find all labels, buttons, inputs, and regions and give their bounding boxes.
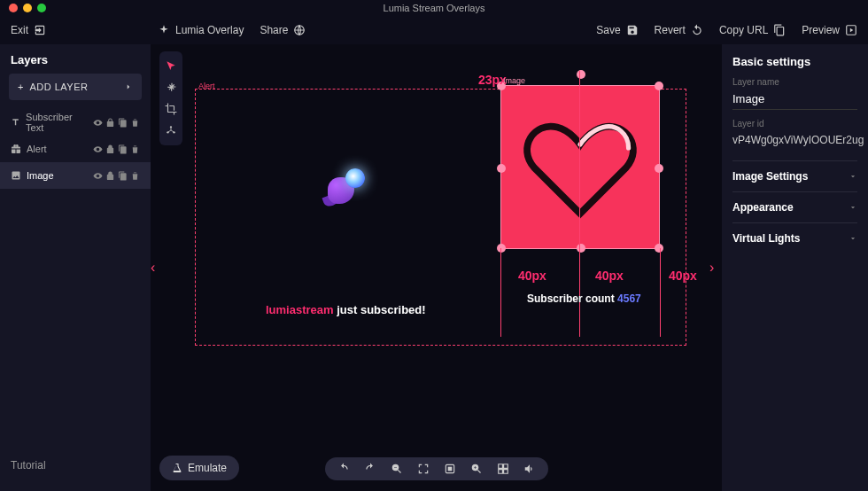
- visibility-icon[interactable]: [93, 144, 103, 154]
- delete-icon[interactable]: [130, 118, 140, 128]
- image-layer-label: Image: [503, 76, 525, 85]
- cursor-tool[interactable]: [165, 60, 177, 73]
- resize-handle-e[interactable]: [655, 164, 663, 173]
- chevron-down-icon: [849, 203, 857, 212]
- layer-item-alert[interactable]: Alert: [0, 136, 151, 162]
- svg-point-2: [170, 126, 172, 128]
- sparkle-icon: [158, 24, 170, 36]
- lock-icon[interactable]: [105, 118, 115, 128]
- layer-id-value: vP4Wg0gxViWyIOOUEr2ug: [732, 130, 857, 150]
- dimension-label: 40px: [595, 269, 624, 283]
- overlay-name-dropdown[interactable]: Lumia Overlay: [158, 24, 244, 36]
- visibility-icon[interactable]: [93, 171, 103, 181]
- section-appearance[interactable]: Appearance: [732, 191, 857, 222]
- layer-item-subscriber-text[interactable]: Subscriber Text: [0, 109, 151, 136]
- resize-handle-s[interactable]: [577, 244, 585, 253]
- layer-name-input[interactable]: Image: [732, 89, 857, 110]
- title-bar: Lumia Stream Overlays: [0, 0, 868, 16]
- layer-item-image[interactable]: Image: [0, 162, 151, 189]
- close-window-button[interactable]: [9, 4, 18, 12]
- undo-icon[interactable]: [337, 463, 350, 475]
- svg-rect-6: [447, 467, 452, 472]
- layers-panel: Layers + ADD LAYER Subscriber Text Alert: [0, 44, 151, 491]
- chevron-down-icon: [849, 234, 857, 243]
- layers-title: Layers: [0, 53, 151, 74]
- copy-url-button[interactable]: Copy URL: [719, 24, 786, 36]
- globe-icon: [293, 24, 306, 36]
- fit-icon[interactable]: [417, 463, 430, 475]
- alignment-guide: [500, 248, 501, 337]
- duplicate-icon[interactable]: [118, 144, 128, 154]
- move-tool[interactable]: [165, 82, 177, 94]
- tutorial-link[interactable]: Tutorial: [0, 448, 151, 482]
- redo-icon[interactable]: [364, 463, 376, 475]
- save-icon: [626, 24, 639, 36]
- resize-handle-n[interactable]: [577, 70, 585, 79]
- duplicate-icon[interactable]: [118, 118, 128, 128]
- image-icon: [11, 170, 21, 181]
- fill-icon[interactable]: [444, 463, 456, 475]
- prev-scene-button[interactable]: ‹: [151, 257, 163, 278]
- section-virtual-lights[interactable]: Virtual Lights: [732, 222, 857, 253]
- resize-handle-w[interactable]: [497, 164, 506, 173]
- section-image-settings[interactable]: Image Settings: [732, 160, 857, 191]
- undo-icon: [691, 24, 703, 36]
- properties-title: Basic settings: [732, 55, 857, 68]
- flask-icon: [172, 463, 182, 473]
- duplicate-icon[interactable]: [118, 171, 128, 181]
- visibility-icon[interactable]: [93, 118, 103, 128]
- alert-graphic[interactable]: [323, 168, 368, 213]
- lock-icon[interactable]: [105, 144, 115, 154]
- lock-icon[interactable]: [105, 171, 115, 181]
- subscriber-count-text[interactable]: Subscriber count 4567: [527, 292, 641, 305]
- alignment-guide: [660, 248, 661, 337]
- gift-icon: [11, 144, 21, 154]
- add-layer-button[interactable]: + ADD LAYER: [9, 74, 142, 100]
- canvas-toolbar: [325, 457, 548, 480]
- emulate-button[interactable]: Emulate: [159, 456, 239, 480]
- delete-icon[interactable]: [130, 171, 140, 181]
- maximize-window-button[interactable]: [37, 4, 46, 12]
- resize-handle-sw[interactable]: [497, 244, 506, 253]
- minimize-window-button[interactable]: [23, 4, 32, 12]
- selection-box[interactable]: [500, 85, 660, 249]
- layer-id-label: Layer id: [732, 119, 857, 129]
- chevron-down-icon: [849, 172, 857, 181]
- copy-icon: [773, 24, 786, 36]
- zoom-in-icon[interactable]: [470, 463, 483, 475]
- subscriber-text[interactable]: lumiastream just subscribed!: [266, 303, 426, 316]
- dimension-label: 40px: [518, 269, 546, 283]
- volume-icon[interactable]: [523, 463, 536, 475]
- text-icon: [11, 117, 20, 128]
- dimension-label: 40px: [669, 269, 697, 283]
- delete-icon[interactable]: [130, 144, 140, 154]
- tools-column: [159, 51, 182, 145]
- save-button[interactable]: Save: [596, 24, 638, 36]
- layer-name-label: Layer name: [732, 77, 857, 87]
- crop-tool[interactable]: [165, 103, 177, 115]
- exit-icon: [34, 24, 46, 36]
- next-scene-button[interactable]: ›: [709, 257, 722, 278]
- share-button[interactable]: Share: [260, 24, 306, 36]
- zoom-out-icon[interactable]: [391, 463, 403, 475]
- chevron-right-icon: [124, 82, 133, 91]
- play-square-icon: [845, 24, 857, 36]
- canvas-area[interactable]: ‹ › Alert lumiastream just subscribed!: [151, 44, 722, 491]
- exit-button[interactable]: Exit: [11, 24, 46, 36]
- preview-button[interactable]: Preview: [802, 24, 857, 36]
- properties-panel: Basic settings Layer name Image Layer id…: [722, 44, 868, 491]
- grid-icon[interactable]: [497, 463, 509, 475]
- top-toolbar: Exit Lumia Overlay Share Save Revert Cop…: [0, 16, 868, 44]
- window-title: Lumia Stream Overlays: [384, 3, 485, 13]
- snap-tool[interactable]: [165, 124, 177, 136]
- revert-button[interactable]: Revert: [655, 24, 703, 36]
- resize-handle-se[interactable]: [655, 244, 663, 253]
- resize-handle-ne[interactable]: [655, 82, 663, 90]
